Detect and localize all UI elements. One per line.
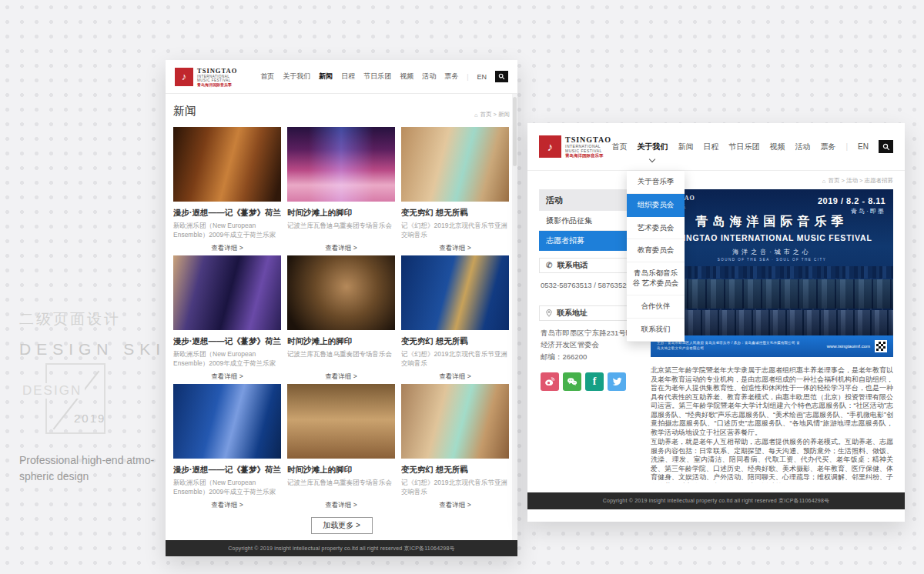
organizers-text: 主办：青岛市即墨区人民政府 青岛乐都音乐谷 / 承办：青岛鑫诚控股文化传媒有限公…: [657, 341, 803, 352]
news-page-mockup: ♪ TSINGTAO INTERNATIONAL MUSIC FESTIVAL …: [166, 60, 517, 556]
nav-video[interactable]: 视频: [769, 142, 785, 152]
view-detail-link[interactable]: 查看详细 >: [401, 244, 509, 253]
nav-orchestra[interactable]: 节日乐团: [363, 72, 391, 82]
nav-home[interactable]: 首页: [260, 72, 274, 82]
site-logo[interactable]: ♪ TSINGTAO INTERNATIONAL MUSIC FESTIVAL …: [175, 67, 237, 87]
contact-phone-box: ✆ 联系电话: [539, 258, 641, 273]
nav-ticket[interactable]: 票务: [820, 142, 835, 152]
news-thumbnail: [401, 255, 509, 330]
website-url: www.tsingtaoimf.com: [827, 344, 870, 349]
nav-activity[interactable]: 活动: [422, 72, 436, 82]
dropdown-item-art-committee[interactable]: 艺术委员会: [627, 217, 685, 240]
news-card[interactable]: 漫步·遐想——记《薹梦》荷兰新欧 新欧洲乐团（New European Ense…: [173, 384, 281, 512]
dropdown-item-education-committee[interactable]: 教育委员会: [627, 239, 685, 262]
contact-address-box: 联系地址: [539, 305, 641, 321]
news-thumbnail: [173, 127, 281, 202]
home-icon: ⌂: [474, 112, 478, 118]
wechat-icon[interactable]: [563, 372, 581, 391]
nav-video[interactable]: 视频: [400, 72, 413, 82]
language-switch[interactable]: EN: [477, 73, 487, 81]
nav-divider: |: [845, 142, 848, 151]
view-detail-link[interactable]: 查看详细 >: [287, 372, 395, 382]
artists-row: [651, 310, 893, 335]
activity-site-header: ♪ TSINGTAO INTERNATIONAL MUSIC FESTIVAL …: [527, 123, 905, 171]
address-text: 青岛市即墨区宁东路231号即墨 经济开发区管委会 邮编：266200: [541, 327, 641, 362]
load-more-button[interactable]: 加载更多 >: [311, 517, 373, 534]
news-card[interactable]: 时间沙滩上的脚印 记波兰库瓦鲁迪乌重奏团专场音乐会 查看详细 >: [287, 127, 395, 255]
dropdown-item-partners[interactable]: 合作伙伴: [627, 295, 685, 319]
news-card[interactable]: 变无穷幻 想无所羁 记《幻想》2019北京现代音乐节亚洲交响音乐 查看详细 >: [401, 127, 509, 255]
nav-schedule[interactable]: 日程: [341, 72, 355, 82]
news-card[interactable]: 变无穷幻 想无所羁 记《幻想》2019北京现代音乐节亚洲交响音乐 查看详细 >: [401, 255, 509, 384]
main-nav: 首页 关于我们 新闻 日程 节日乐团 视频 活动 票务 | EN: [260, 71, 508, 82]
nav-schedule[interactable]: 日程: [703, 142, 718, 152]
nav-about[interactable]: 关于我们: [637, 142, 668, 152]
sidebar-header: 活动 ≡: [539, 189, 641, 211]
news-thumbnail: [173, 255, 281, 330]
view-detail-link[interactable]: 查看详细 >: [287, 501, 395, 510]
news-thumbnail: [401, 384, 509, 459]
search-icon: [882, 143, 890, 151]
facebook-icon[interactable]: f: [585, 372, 604, 391]
view-detail-link[interactable]: 查看详细 >: [173, 501, 281, 510]
news-card[interactable]: 漫步·遐想——记《薹梦》荷兰新欧 新欧洲乐团（New European Ense…: [173, 127, 281, 255]
phone-number: 0532-58763513 / 58763525: [541, 279, 641, 291]
page-scrollbar[interactable]: [512, 94, 517, 540]
nav-ticket[interactable]: 票务: [444, 72, 458, 82]
artists-row: [651, 279, 893, 309]
nav-news[interactable]: 新闻: [319, 72, 333, 82]
news-card[interactable]: 时间沙滩上的脚印 记波兰库瓦鲁迪乌重奏团专场音乐会 查看详细 >: [287, 255, 395, 384]
nav-home[interactable]: 首页: [611, 142, 627, 152]
location-pin-icon: [546, 309, 552, 317]
page-title: 新闻: [173, 104, 196, 118]
dropdown-item-music-valley-committee[interactable]: 青岛乐都音乐谷 艺术委员会: [627, 262, 685, 295]
language-switch[interactable]: EN: [858, 142, 869, 151]
news-thumbnail: [287, 384, 395, 459]
nav-news[interactable]: 新闻: [678, 142, 693, 152]
article-text: 北京第三年龄学院暨老年大学隶属于志愿者组织惠丰养老理事会，是老年教育以及老年教育…: [651, 366, 893, 483]
dropdown-item-contact[interactable]: 联系我们: [627, 319, 685, 342]
twitter-icon[interactable]: [608, 372, 626, 391]
dropdown-item-festival[interactable]: 关于音乐季: [627, 171, 685, 194]
view-detail-link[interactable]: 查看详细 >: [287, 244, 395, 253]
phone-icon: ✆: [546, 262, 552, 269]
festival-banner: TSINGTAO INTERNATIONAL MUSIC FESTIVAL 20…: [651, 189, 893, 357]
view-detail-link[interactable]: 查看详细 >: [401, 501, 509, 510]
view-detail-link[interactable]: 查看详细 >: [173, 372, 281, 382]
view-detail-link[interactable]: 查看详细 >: [173, 244, 281, 253]
news-grid: 漫步·遐想——记《薹梦》荷兰新欧 新欧洲乐团（New European Ense…: [173, 127, 510, 512]
nav-activity[interactable]: 活动: [795, 142, 810, 152]
news-card[interactable]: 时间沙滩上的脚印 记波兰库瓦鲁迪乌重奏团专场音乐会 查看详细 >: [287, 384, 395, 512]
nav-orchestra[interactable]: 节日乐团: [728, 142, 759, 152]
logo-name: TSINGTAO: [197, 67, 237, 75]
qr-code: [875, 340, 887, 352]
site-footer: Copyright © 2019 insight intellectual pr…: [527, 492, 905, 509]
news-card[interactable]: 漫步·遐想——记《薹梦》荷兰新欧 新欧洲乐团（New European Ense…: [173, 255, 281, 384]
banner-date: 2019 / 8.2 - 8.11 青岛·即墨: [818, 196, 886, 215]
view-detail-link[interactable]: 查看详细 >: [401, 372, 509, 382]
dropdown-item-organizing-committee[interactable]: 组织委员会: [627, 194, 685, 217]
chevron-down-icon: [649, 155, 655, 162]
logo-name-cn: 青岛海洋国际音乐季: [197, 82, 237, 87]
search-button[interactable]: [879, 140, 893, 153]
logo-mark-icon: ♪: [539, 135, 561, 158]
badge-year: 2019: [74, 412, 105, 425]
sidebar-item-photo-collection[interactable]: 摄影作品征集: [539, 211, 641, 231]
news-thumbnail: [287, 127, 395, 202]
scrollbar-thumb[interactable]: [513, 97, 517, 166]
about-dropdown-menu: 关于音乐季 组织委员会 艺术委员会 教育委员会 青岛乐都音乐谷 艺术委员会 合作…: [627, 171, 685, 342]
search-button[interactable]: [495, 71, 508, 82]
breadcrumb[interactable]: ⌂ 首页 > 新闻: [474, 111, 510, 118]
nav-divider: |: [467, 73, 468, 81]
news-thumbnail: [287, 255, 395, 330]
nav-about[interactable]: 关于我们: [283, 72, 310, 82]
news-card[interactable]: 变无穷幻 想无所羁 记《幻想》2019北京现代音乐节亚洲交响音乐 查看详细 >: [401, 384, 509, 512]
site-logo[interactable]: ♪ TSINGTAO INTERNATIONAL MUSIC FESTIVAL …: [539, 135, 611, 159]
sidebar-item-volunteer-recruit[interactable]: 志愿者招募 ▸: [539, 231, 641, 251]
city-skyline: [651, 266, 893, 279]
breadcrumb[interactable]: ⌂ 首页 > 活动 > 志愿者招募: [822, 177, 893, 185]
weibo-icon[interactable]: [541, 372, 559, 391]
caption-description: Professional high-end atmo- spheric desi…: [19, 452, 154, 485]
activity-main: TSINGTAO INTERNATIONAL MUSIC FESTIVAL 20…: [651, 189, 893, 483]
activity-sidebar: 活动 ≡ 摄影作品征集 志愿者招募 ▸ ✆ 联系电话 0532-58763513…: [539, 189, 641, 483]
